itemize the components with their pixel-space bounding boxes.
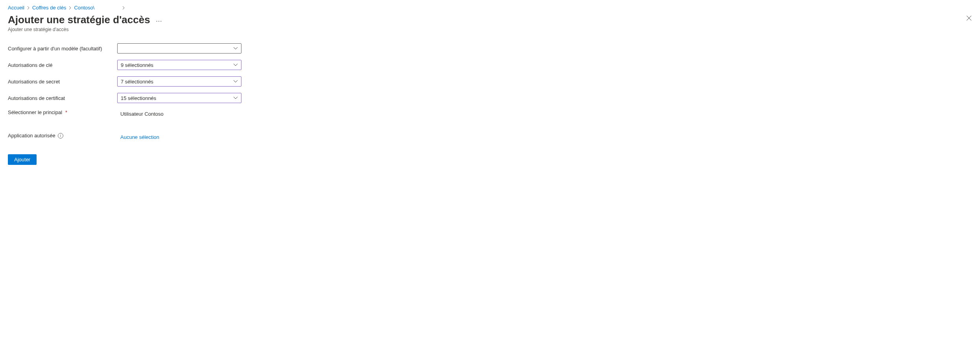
cert-perms-dropdown[interactable]: 15 sélectionnés <box>117 93 241 103</box>
template-label: Configurer à partir d'un modèle (faculta… <box>8 46 117 52</box>
authorized-app-link[interactable]: Aucune sélection <box>117 133 159 140</box>
secret-perms-label: Autorisations de secret <box>8 79 117 85</box>
chevron-down-icon <box>233 47 238 50</box>
key-perms-value: 9 sélectionnés <box>121 62 153 68</box>
breadcrumb-home[interactable]: Accueil <box>8 5 24 11</box>
close-button[interactable] <box>966 15 973 22</box>
chevron-right-icon <box>68 6 72 10</box>
page-subtitle: Ajouter une stratégie d'accès <box>8 27 972 32</box>
secret-perms-value: 7 sélectionnés <box>121 79 153 85</box>
secret-perms-dropdown[interactable]: 7 sélectionnés <box>117 76 241 87</box>
principal-value: Utilisateur Contoso <box>117 109 164 117</box>
template-dropdown[interactable] <box>117 43 241 54</box>
page-title: Ajouter une stratégie d'accès <box>8 14 150 26</box>
key-perms-label: Autorisations de clé <box>8 62 117 68</box>
info-icon[interactable]: i <box>58 133 63 139</box>
chevron-down-icon <box>233 96 238 100</box>
breadcrumb: Accueil Coffres de clés Contoso\ <box>8 5 972 11</box>
chevron-down-icon <box>233 80 238 83</box>
access-policy-form: Configurer à partir d'un modèle (faculta… <box>8 43 283 165</box>
key-perms-dropdown[interactable]: 9 sélectionnés <box>117 60 241 70</box>
breadcrumb-keyvaults[interactable]: Coffres de clés <box>32 5 66 11</box>
cert-perms-value: 15 sélectionnés <box>121 95 156 101</box>
breadcrumb-contoso[interactable]: Contoso\ <box>74 5 94 11</box>
more-actions-button[interactable]: ⋯ <box>156 17 162 25</box>
add-button[interactable]: Ajouter <box>8 154 37 165</box>
authorized-app-label: Application autorisée i <box>8 133 117 139</box>
required-indicator: * <box>65 109 67 115</box>
cert-perms-label: Autorisations de certificat <box>8 95 117 101</box>
chevron-right-icon <box>122 6 125 10</box>
chevron-right-icon <box>27 6 30 10</box>
chevron-down-icon <box>233 63 238 67</box>
principal-label: Sélectionner le principal* <box>8 109 117 115</box>
